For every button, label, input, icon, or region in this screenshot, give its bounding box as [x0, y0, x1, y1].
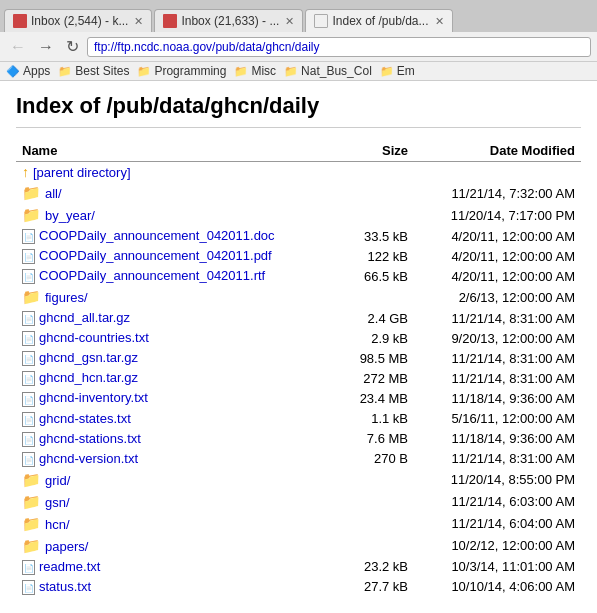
back-button[interactable]: ← — [6, 36, 30, 58]
tab-1[interactable]: Inbox (2,544) - k... ✕ — [4, 9, 152, 32]
file-name-cell: 📁hcn/ — [16, 513, 340, 535]
file-name-cell: 📁figures/ — [16, 286, 340, 308]
file-name-cell: 📄ghcnd_gsn.tar.gz — [16, 348, 340, 368]
file-link[interactable]: readme.txt — [39, 559, 100, 574]
file-date-cell: 2/6/13, 12:00:00 AM — [414, 286, 581, 308]
table-row: 📄COOPDaily_announcement_042011.pdf122 kB… — [16, 246, 581, 266]
file-name-cell: 📄ghcnd-countries.txt — [16, 328, 340, 348]
table-row: 📄ghcnd-states.txt1.1 kB5/16/11, 12:00:00… — [16, 409, 581, 429]
file-icon: 📄 — [22, 331, 35, 346]
bookmark-misc[interactable]: 📁 Misc — [234, 64, 276, 78]
bookmarks-bar: 🔷 Apps 📁 Best Sites 📁 Programming 📁 Misc… — [0, 62, 597, 81]
file-icon: 📄 — [22, 412, 35, 427]
file-link[interactable]: ghcnd-version.txt — [39, 451, 138, 466]
col-date: Date Modified — [414, 140, 581, 162]
file-link[interactable]: ghcnd_hcn.tar.gz — [39, 370, 138, 385]
table-row: 📄readme.txt23.2 kB10/3/14, 11:01:00 AM — [16, 557, 581, 577]
file-link[interactable]: ghcnd_all.tar.gz — [39, 310, 130, 325]
forward-button[interactable]: → — [34, 36, 58, 58]
tab-favicon-1 — [13, 14, 27, 28]
file-name-cell: 📄ghcnd_hcn.tar.gz — [16, 368, 340, 388]
bookmark-nat-bus[interactable]: 📁 Nat_Bus_Col — [284, 64, 372, 78]
file-link[interactable]: status.txt — [39, 579, 91, 594]
folder-icon: 📁 — [22, 184, 41, 201]
file-date-cell: 5/16/11, 12:00:00 AM — [414, 409, 581, 429]
file-link[interactable]: ghcnd-states.txt — [39, 411, 131, 426]
bookmark-programming-label: Programming — [154, 64, 226, 78]
file-size-cell: 272 MB — [340, 368, 414, 388]
file-link[interactable]: gsn/ — [45, 495, 70, 510]
file-date-cell: 11/21/14, 8:31:00 AM — [414, 308, 581, 328]
tab-3[interactable]: Index of /pub/da... ✕ — [305, 9, 452, 32]
file-size-cell: 7.6 MB — [340, 429, 414, 449]
file-name-cell: 📄ghcnd-inventory.txt — [16, 388, 340, 408]
file-size-cell — [340, 513, 414, 535]
file-link[interactable]: COOPDaily_announcement_042011.doc — [39, 228, 275, 243]
file-date-cell: 11/21/14, 7:32:00 AM — [414, 182, 581, 204]
file-icon: 📄 — [22, 392, 35, 407]
file-link[interactable]: figures/ — [45, 290, 88, 305]
file-size-cell — [340, 469, 414, 491]
tab-bar: Inbox (2,544) - k... ✕ Inbox (21,633) - … — [0, 0, 597, 32]
file-link[interactable]: papers/ — [45, 539, 88, 554]
tab-close-2[interactable]: ✕ — [285, 15, 294, 28]
address-bar[interactable] — [87, 37, 591, 57]
file-icon: 📄 — [22, 580, 35, 595]
tab-close-3[interactable]: ✕ — [435, 15, 444, 28]
file-date-cell: 11/21/14, 6:04:00 AM — [414, 513, 581, 535]
file-link[interactable]: ghcnd-countries.txt — [39, 330, 149, 345]
file-link[interactable]: all/ — [45, 186, 62, 201]
file-size-cell — [340, 286, 414, 308]
bookmark-em-label: Em — [397, 64, 415, 78]
table-row: 📄ghcnd_all.tar.gz2.4 GB11/21/14, 8:31:00… — [16, 308, 581, 328]
page-content: Index of /pub/data/ghcn/daily Name Size … — [0, 81, 597, 609]
file-date-cell: 11/18/14, 9:36:00 AM — [414, 388, 581, 408]
file-name-cell: ↑[parent directory] — [16, 162, 340, 183]
file-date-cell: 4/20/11, 12:00:00 AM — [414, 226, 581, 246]
file-link[interactable]: ghcnd-inventory.txt — [39, 390, 148, 405]
file-link[interactable]: grid/ — [45, 473, 70, 488]
bookmark-apps[interactable]: 🔷 Apps — [6, 64, 50, 78]
file-link[interactable]: [parent directory] — [33, 165, 131, 180]
file-date-cell: 11/20/14, 7:17:00 PM — [414, 204, 581, 226]
file-link[interactable]: ghcnd-stations.txt — [39, 431, 141, 446]
file-date-cell: 9/20/13, 12:00:00 AM — [414, 328, 581, 348]
file-link[interactable]: hcn/ — [45, 517, 70, 532]
file-size-cell: 122 kB — [340, 246, 414, 266]
tab-2[interactable]: Inbox (21,633) - ... ✕ — [154, 9, 303, 32]
tab-favicon-2 — [163, 14, 177, 28]
table-row: 📄ghcnd-countries.txt2.9 kB9/20/13, 12:00… — [16, 328, 581, 348]
file-name-cell: 📄COOPDaily_announcement_042011.rtf — [16, 266, 340, 286]
file-date-cell: 10/10/14, 4:06:00 AM — [414, 577, 581, 597]
file-name-cell: 📄COOPDaily_announcement_042011.pdf — [16, 246, 340, 266]
file-size-cell: 98.5 MB — [340, 348, 414, 368]
file-link[interactable]: by_year/ — [45, 208, 95, 223]
file-name-cell: 📄readme.txt — [16, 557, 340, 577]
file-icon: 📄 — [22, 432, 35, 447]
file-size-cell — [340, 162, 414, 183]
bookmark-misc-label: Misc — [251, 64, 276, 78]
file-date-cell: 11/18/14, 9:36:00 AM — [414, 429, 581, 449]
apps-bookmark-icon: 🔷 — [6, 65, 20, 78]
tab-favicon-3 — [314, 14, 328, 28]
file-size-cell — [340, 535, 414, 557]
file-name-cell: 📁by_year/ — [16, 204, 340, 226]
tab-close-1[interactable]: ✕ — [134, 15, 143, 28]
file-size-cell: 2.9 kB — [340, 328, 414, 348]
bookmark-em[interactable]: 📁 Em — [380, 64, 415, 78]
table-row: 📁gsn/11/21/14, 6:03:00 AM — [16, 491, 581, 513]
bookmark-best-sites[interactable]: 📁 Best Sites — [58, 64, 129, 78]
file-date-cell: 10/3/14, 11:01:00 AM — [414, 557, 581, 577]
file-link[interactable]: COOPDaily_announcement_042011.rtf — [39, 268, 265, 283]
file-link[interactable]: ghcnd_gsn.tar.gz — [39, 350, 138, 365]
file-icon: 📄 — [22, 229, 35, 244]
folder-icon: 📁 — [22, 288, 41, 305]
file-date-cell: 4/20/11, 12:00:00 AM — [414, 266, 581, 286]
file-link[interactable]: COOPDaily_announcement_042011.pdf — [39, 248, 272, 263]
file-size-cell: 27.7 kB — [340, 577, 414, 597]
file-size-cell: 23.2 kB — [340, 557, 414, 577]
col-name: Name — [16, 140, 340, 162]
reload-button[interactable]: ↻ — [62, 35, 83, 58]
file-icon: 📄 — [22, 249, 35, 264]
bookmark-programming[interactable]: 📁 Programming — [137, 64, 226, 78]
